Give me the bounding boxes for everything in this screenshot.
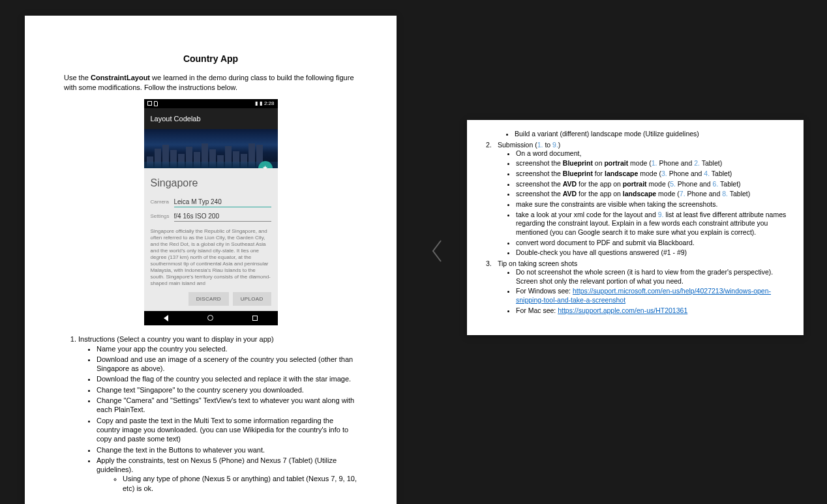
list-item: Download and use an image of a scenery o…	[97, 355, 357, 374]
page-2: Build a variant (different) landscape mo…	[467, 120, 804, 335]
list-item: Change text "Singapore" to the country s…	[97, 385, 357, 394]
submission-heading: Submission (1. to 9.)	[498, 141, 560, 149]
settings-input[interactable]	[174, 211, 271, 222]
list-item: Build a variant (different) landscape mo…	[515, 130, 787, 139]
discard-button[interactable]: DISCARD	[188, 292, 229, 306]
list-item: Download the flag of the country you sel…	[97, 374, 357, 383]
instructions-list: Instructions (Select a country you want …	[64, 334, 357, 493]
list-item: Change the text in the Buttons to whatev…	[97, 445, 357, 454]
list-item: Instructions (Select a country you want …	[78, 334, 357, 493]
phone-mockup: ▮ ▮ 2:28 Layout Codelab	[144, 99, 278, 325]
battery-icon: ▮	[260, 100, 262, 106]
list-item: take a look at your xml code for the lay…	[516, 211, 787, 237]
statusbar-icon	[147, 101, 152, 106]
phone-body: Singapore Camera Settings Singapore offi…	[144, 168, 278, 311]
list-item: screenshot the Blueprint on portrait mod…	[516, 159, 787, 168]
statusbar-icon	[154, 101, 158, 106]
tip-heading: Tip on taking screen shots	[498, 259, 577, 267]
description-text: Singapore officially the Republic of Sin…	[151, 228, 271, 287]
list-item: For Mac see: https://support.apple.com/e…	[516, 306, 787, 316]
list-item: Tip on taking screen shots Do not screen…	[498, 259, 787, 315]
submission-list: Submission (1. to 9.) On a word document…	[483, 140, 787, 316]
upload-button[interactable]: UPLOAD	[233, 292, 271, 306]
instructions-heading: Instructions (Select a country you want …	[78, 335, 274, 343]
list-item: On a word document,	[516, 149, 787, 158]
android-nav-bar	[144, 311, 278, 325]
page-1: Country App Use the ConstraintLayout we …	[25, 16, 397, 504]
list-item: screenshot the Blueprint for landscape m…	[516, 170, 787, 179]
camera-label: Camera	[151, 199, 174, 205]
hero-image	[144, 129, 278, 168]
list-item: screenshot the AVD for the app on portra…	[516, 180, 787, 189]
recent-icon[interactable]	[252, 316, 258, 321]
city-name: Singapore	[151, 177, 271, 189]
list-item: For Windows see: https://support.microso…	[516, 287, 787, 304]
list-item: Name your app the country you selected.	[97, 344, 357, 353]
status-bar: ▮ ▮ 2:28	[144, 99, 278, 108]
settings-label: Settings	[151, 213, 174, 219]
list-item: Double-check you have all questions answ…	[516, 248, 787, 258]
app-bar: Layout Codelab	[144, 108, 278, 129]
intro-paragraph: Use the ConstraintLayout we learned in t…	[64, 73, 357, 93]
appbar-title: Layout Codelab	[151, 115, 201, 123]
prev-page-chevron-icon[interactable]	[424, 231, 450, 271]
list-item: Using any type of phone (Nexus 5 or anyt…	[123, 474, 357, 493]
list-item: Change "Camera" and "Settings" TextView'…	[97, 396, 357, 415]
list-item: Apply the constraints, test on Nexus 5 (…	[97, 456, 357, 493]
list-item: screenshot the AVD for the app on landsc…	[516, 190, 787, 199]
list-item: make sure the constraints are visible wh…	[516, 200, 787, 209]
signal-icon: ▮	[255, 100, 258, 106]
page-title: Country App	[64, 53, 357, 64]
list-text: Apply the constraints, test on Nexus 5 (…	[97, 456, 337, 473]
status-time: 2:28	[264, 100, 275, 106]
list-item: Copy and paste the text in the Multi Tex…	[97, 416, 357, 444]
back-icon[interactable]	[164, 315, 168, 321]
intro-bold: ConstraintLayout	[91, 74, 150, 82]
mac-link[interactable]: https://support.apple.com/en-us/HT201361	[558, 306, 687, 314]
list-item: Do not screenshot the whole screen (it i…	[516, 268, 787, 286]
document-viewer: Country App Use the ConstraintLayout we …	[0, 0, 827, 504]
list-item: Submission (1. to 9.) On a word document…	[498, 140, 787, 258]
intro-pre: Use the	[64, 74, 91, 82]
list-item: convert word document to PDF and submit …	[516, 239, 787, 248]
home-icon[interactable]	[207, 315, 213, 321]
camera-input[interactable]	[174, 197, 271, 207]
